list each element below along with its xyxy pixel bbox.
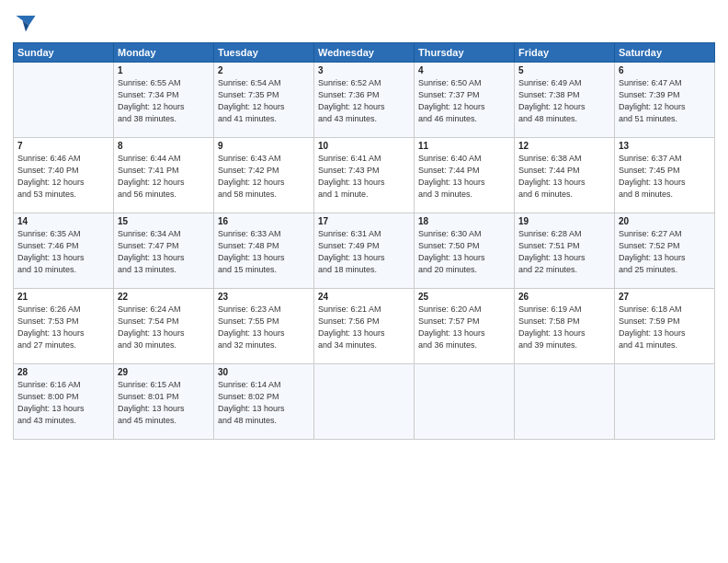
col-header-thursday: Thursday: [415, 43, 515, 63]
day-number: 4: [418, 65, 510, 75]
calendar-cell: 13Sunrise: 6:37 AMSunset: 7:45 PMDayligh…: [615, 138, 715, 213]
cell-line: Sunrise: 6:46 AM: [17, 153, 109, 165]
cell-line: Sunset: 7:43 PM: [318, 165, 410, 177]
week-row-5: 28Sunrise: 6:16 AMSunset: 8:00 PMDayligh…: [14, 364, 715, 440]
cell-content: Sunrise: 6:50 AMSunset: 7:37 PMDaylight:…: [418, 77, 510, 125]
day-number: 16: [218, 216, 310, 226]
calendar-cell: [615, 364, 715, 440]
cell-line: Daylight: 13 hours: [318, 252, 410, 264]
cell-line: Sunrise: 6:19 AM: [518, 304, 610, 316]
cell-line: Daylight: 13 hours: [619, 252, 711, 264]
week-row-3: 14Sunrise: 6:35 AMSunset: 7:46 PMDayligh…: [14, 213, 715, 289]
cell-line: and 1 minute.: [318, 189, 410, 201]
cell-line: and 20 minutes.: [418, 264, 510, 276]
calendar-cell: [515, 364, 615, 440]
day-number: 1: [118, 65, 210, 75]
cell-line: and 48 minutes.: [218, 415, 310, 427]
cell-line: and 34 minutes.: [318, 339, 410, 351]
calendar-cell: 20Sunrise: 6:27 AMSunset: 7:52 PMDayligh…: [615, 213, 715, 289]
cell-line: Daylight: 13 hours: [17, 327, 109, 339]
cell-line: Sunset: 7:49 PM: [318, 240, 410, 252]
cell-line: Daylight: 13 hours: [619, 327, 711, 339]
cell-line: Sunrise: 6:23 AM: [218, 304, 310, 316]
cell-line: Daylight: 13 hours: [418, 177, 510, 189]
cell-line: Sunset: 7:40 PM: [17, 165, 109, 177]
cell-line: Sunrise: 6:55 AM: [118, 77, 210, 89]
cell-line: Daylight: 12 hours: [318, 101, 410, 113]
day-number: 24: [318, 292, 410, 302]
cell-line: Daylight: 13 hours: [218, 327, 310, 339]
calendar-cell: [415, 364, 515, 440]
cell-line: and 30 minutes.: [118, 339, 210, 351]
col-header-tuesday: Tuesday: [214, 43, 314, 63]
cell-line: and 13 minutes.: [118, 264, 210, 276]
cell-line: and 45 minutes.: [118, 415, 210, 427]
cell-line: and 39 minutes.: [518, 339, 610, 351]
cell-line: and 58 minutes.: [218, 189, 310, 201]
cell-line: Daylight: 13 hours: [218, 403, 310, 415]
cell-line: Daylight: 12 hours: [118, 177, 210, 189]
day-number: 12: [518, 141, 610, 151]
cell-line: Sunrise: 6:37 AM: [619, 153, 711, 165]
day-number: 26: [518, 292, 610, 302]
cell-line: Sunset: 7:44 PM: [518, 165, 610, 177]
day-number: 22: [118, 292, 210, 302]
cell-line: Daylight: 13 hours: [418, 327, 510, 339]
calendar-cell: 17Sunrise: 6:31 AMSunset: 7:49 PMDayligh…: [314, 213, 415, 289]
cell-line: and 46 minutes.: [418, 113, 510, 125]
week-row-4: 21Sunrise: 6:26 AMSunset: 7:53 PMDayligh…: [14, 289, 715, 364]
cell-line: and 32 minutes.: [218, 339, 310, 351]
day-number: 8: [118, 141, 210, 151]
cell-line: Sunset: 7:58 PM: [518, 316, 610, 327]
cell-content: Sunrise: 6:54 AMSunset: 7:35 PMDaylight:…: [218, 77, 310, 125]
logo: [13, 9, 42, 35]
day-number: 28: [17, 367, 109, 377]
cell-line: Daylight: 12 hours: [118, 101, 210, 113]
calendar-cell: [14, 63, 114, 138]
cell-line: Sunset: 8:01 PM: [118, 391, 210, 403]
calendar-table: SundayMondayTuesdayWednesdayThursdayFrid…: [13, 42, 715, 440]
calendar-cell: 19Sunrise: 6:28 AMSunset: 7:51 PMDayligh…: [515, 213, 615, 289]
cell-line: and 22 minutes.: [518, 264, 610, 276]
cell-line: Sunrise: 6:28 AM: [518, 228, 610, 240]
cell-line: and 43 minutes.: [17, 415, 109, 427]
cell-line: Sunrise: 6:31 AM: [318, 228, 410, 240]
cell-line: and 10 minutes.: [17, 264, 109, 276]
calendar-cell: 25Sunrise: 6:20 AMSunset: 7:57 PMDayligh…: [415, 289, 515, 364]
cell-content: Sunrise: 6:44 AMSunset: 7:41 PMDaylight:…: [118, 153, 210, 201]
cell-line: and 18 minutes.: [318, 264, 410, 276]
cell-line: and 15 minutes.: [218, 264, 310, 276]
cell-line: Sunset: 7:48 PM: [218, 240, 310, 252]
cell-line: Sunset: 7:35 PM: [218, 89, 310, 101]
cell-line: Sunrise: 6:15 AM: [118, 379, 210, 391]
cell-line: Sunrise: 6:18 AM: [619, 304, 711, 316]
day-number: 18: [418, 216, 510, 226]
cell-line: Sunrise: 6:50 AM: [418, 77, 510, 89]
cell-line: Sunset: 7:47 PM: [118, 240, 210, 252]
day-number: 25: [418, 292, 510, 302]
calendar-cell: 1Sunrise: 6:55 AMSunset: 7:34 PMDaylight…: [114, 63, 214, 138]
cell-line: Sunrise: 6:33 AM: [218, 228, 310, 240]
calendar-cell: 16Sunrise: 6:33 AMSunset: 7:48 PMDayligh…: [214, 213, 314, 289]
calendar-cell: 30Sunrise: 6:14 AMSunset: 8:02 PMDayligh…: [214, 364, 314, 440]
cell-line: Sunrise: 6:38 AM: [518, 153, 610, 165]
cell-line: Sunrise: 6:52 AM: [318, 77, 410, 89]
cell-content: Sunrise: 6:46 AMSunset: 7:40 PMDaylight:…: [17, 153, 109, 201]
day-number: 20: [619, 216, 711, 226]
cell-line: Daylight: 12 hours: [218, 101, 310, 113]
cell-line: Sunrise: 6:14 AM: [218, 379, 310, 391]
day-number: 19: [518, 216, 610, 226]
cell-line: Sunset: 7:50 PM: [418, 240, 510, 252]
cell-content: Sunrise: 6:19 AMSunset: 7:58 PMDaylight:…: [518, 304, 610, 351]
day-number: 23: [218, 292, 310, 302]
page: SundayMondayTuesdayWednesdayThursdayFrid…: [0, 0, 728, 563]
cell-line: Sunrise: 6:21 AM: [318, 304, 410, 316]
cell-line: Daylight: 13 hours: [17, 403, 109, 415]
cell-line: Sunrise: 6:30 AM: [418, 228, 510, 240]
cell-line: Sunrise: 6:49 AM: [518, 77, 610, 89]
cell-line: Sunset: 7:37 PM: [418, 89, 510, 101]
day-number: 9: [218, 141, 310, 151]
cell-line: Sunset: 7:42 PM: [218, 165, 310, 177]
calendar-cell: 23Sunrise: 6:23 AMSunset: 7:55 PMDayligh…: [214, 289, 314, 364]
cell-line: Daylight: 12 hours: [619, 101, 711, 113]
